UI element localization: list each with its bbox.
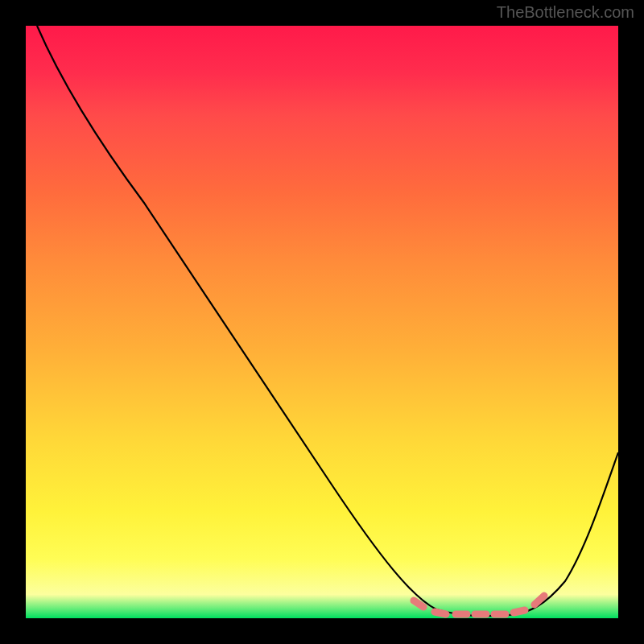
curve-line: [37, 26, 618, 616]
svg-line-0: [414, 601, 423, 607]
watermark-text: TheBottleneck.com: [497, 3, 634, 22]
chart-container: TheBottleneck.com: [0, 0, 644, 644]
plot-area: [26, 26, 618, 618]
highlight-dashes: [414, 596, 544, 614]
svg-line-5: [514, 610, 525, 613]
chart-svg: [26, 26, 618, 618]
svg-line-1: [435, 612, 446, 614]
